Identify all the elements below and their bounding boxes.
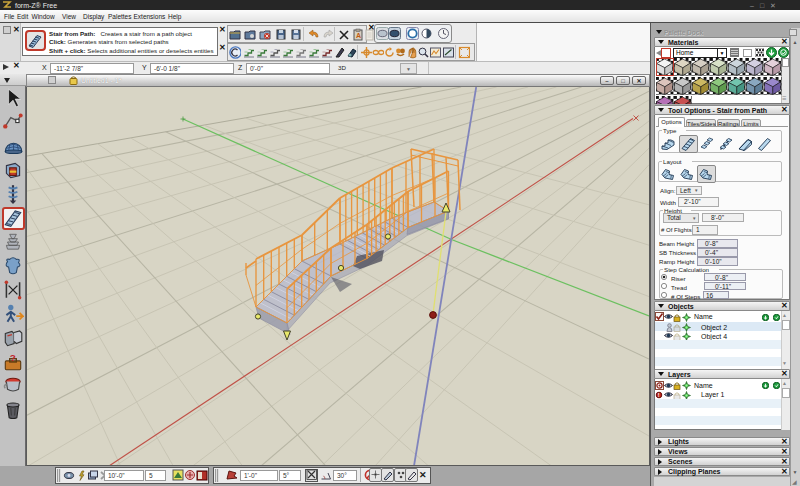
svg-text:A: A: [356, 32, 361, 39]
svg-text:!: !: [658, 392, 660, 398]
svg-text:?: ?: [10, 352, 16, 363]
